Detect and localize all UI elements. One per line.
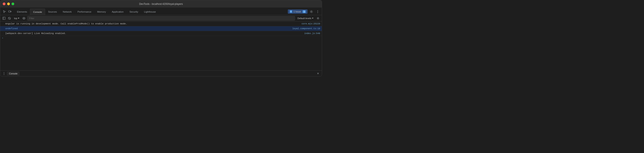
svg-rect-0 <box>8 11 10 12</box>
title-bar: DevTools - localhost:4200/loyal-players <box>0 0 322 8</box>
toolbar-left <box>2 9 12 15</box>
tab-lighthouse[interactable]: Lighthouse <box>141 9 159 15</box>
issue-icon: i <box>290 10 292 13</box>
console-message: Angular is running in development mode. … <box>5 22 302 26</box>
svg-point-16 <box>4 74 4 75</box>
bottom-console-label: Console <box>9 72 18 75</box>
filter-input[interactable] <box>27 16 295 21</box>
tab-elements[interactable]: Elements <box>14 9 30 15</box>
toolbar-right: i 1 Issue: 1 <box>288 9 320 14</box>
console-settings-icon[interactable] <box>316 16 320 20</box>
console-toolbar: top ▾ Default levels ▾ <box>0 15 322 22</box>
tab-application[interactable]: Application <box>109 9 126 15</box>
console-row-link[interactable]: index.js:548 <box>304 32 320 35</box>
log-levels-dropdown[interactable]: Default levels ▾ <box>296 16 315 20</box>
tab-performance[interactable]: Performance <box>75 9 94 15</box>
tab-network[interactable]: Network <box>60 9 74 15</box>
svg-point-12 <box>24 18 24 19</box>
cursor-icon[interactable] <box>2 9 7 14</box>
minimize-button[interactable] <box>7 3 10 5</box>
issue-count: 1 <box>302 10 306 13</box>
svg-line-11 <box>8 18 10 19</box>
svg-point-6 <box>318 11 318 12</box>
device-icon[interactable] <box>7 9 12 14</box>
log-levels-label: Default levels <box>298 17 311 20</box>
console-message: undefined <box>5 27 292 31</box>
tab-security[interactable]: Security <box>126 9 141 15</box>
main-tabs: Elements Console Sources Network Perform… <box>14 9 288 15</box>
window-title: DevTools - localhost:4200/loyal-players <box>139 3 183 6</box>
context-label: top <box>14 17 17 20</box>
traffic-lights <box>3 3 14 5</box>
console-message: [webpack-dev-server] Live Reloading enab… <box>5 32 304 35</box>
svg-point-15 <box>4 73 4 74</box>
context-dropdown[interactable]: top ▾ <box>13 16 20 20</box>
svg-point-7 <box>318 13 318 13</box>
bottom-menu-icon[interactable] <box>2 71 6 76</box>
tab-sources[interactable]: Sources <box>45 9 60 15</box>
settings-icon[interactable] <box>309 9 314 14</box>
more-options-icon[interactable] <box>315 9 320 14</box>
svg-point-4 <box>311 11 312 12</box>
console-row: [webpack-dev-server] Live Reloading enab… <box>0 31 322 36</box>
console-row: Angular is running in development mode. … <box>0 22 322 26</box>
console-prompt[interactable]: › <box>0 36 322 40</box>
issue-badge[interactable]: i 1 Issue: 1 <box>288 10 308 14</box>
svg-rect-8 <box>3 17 5 20</box>
svg-point-13 <box>318 18 318 19</box>
prompt-arrow-icon: › <box>2 37 3 39</box>
maximize-button[interactable] <box>12 3 14 5</box>
sidebar-toggle-icon[interactable] <box>2 16 6 20</box>
svg-text:i: i <box>291 11 291 13</box>
bottom-console-tab[interactable]: Console <box>7 71 20 76</box>
log-levels-chevron-icon: ▾ <box>312 17 314 20</box>
tab-memory[interactable]: Memory <box>94 9 109 15</box>
devtools-window: DevTools - localhost:4200/loyal-players … <box>0 0 322 77</box>
chevron-down-icon: ▾ <box>18 17 19 20</box>
console-row-link[interactable]: core.mjs:25229 <box>302 22 320 26</box>
tab-bar: Elements Console Sources Network Perform… <box>0 8 322 15</box>
bottom-bar: Console × <box>0 70 322 76</box>
console-row: undefined loyal.component.ts:19 <box>0 26 322 31</box>
tab-console[interactable]: Console <box>30 9 45 15</box>
close-button[interactable] <box>3 3 6 5</box>
issue-label: 1 Issue: <box>294 10 302 13</box>
close-drawer-icon[interactable]: × <box>316 71 320 76</box>
eye-icon[interactable] <box>22 16 26 20</box>
svg-rect-1 <box>11 11 11 12</box>
clear-console-icon[interactable] <box>7 16 12 20</box>
console-output: Angular is running in development mode. … <box>0 22 322 70</box>
svg-point-14 <box>4 72 4 73</box>
console-row-link[interactable]: loyal.component.ts:19 <box>292 27 320 31</box>
svg-point-5 <box>318 10 318 11</box>
